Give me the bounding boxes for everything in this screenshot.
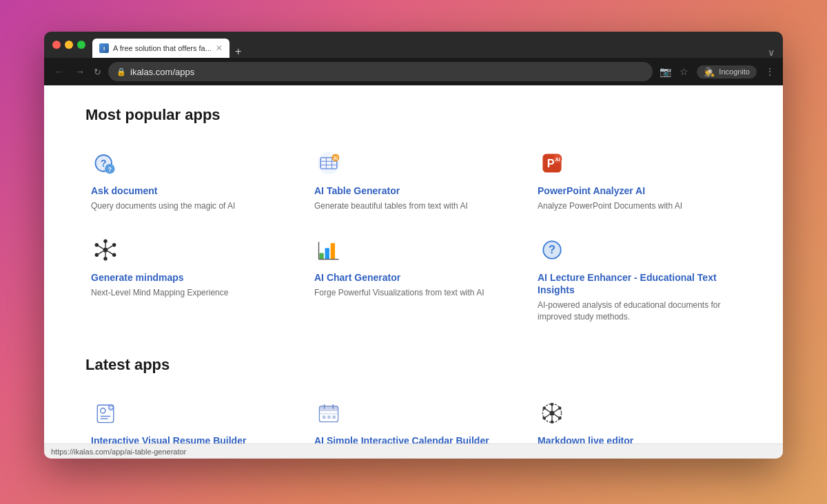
ask-document-name: Ask document: [91, 185, 289, 197]
resume-icon: [91, 399, 120, 428]
svg-point-56: [551, 403, 554, 406]
svg-point-21: [103, 257, 107, 260]
svg-point-23: [95, 243, 99, 246]
table-generator-icon: AI: [314, 149, 343, 178]
maximize-button[interactable]: [77, 41, 85, 49]
svg-point-27: [112, 243, 116, 246]
popular-apps-grid: ? ? Ask document Query documents using t…: [85, 140, 742, 331]
calendar-icon: [314, 399, 343, 428]
latest-apps-grid: Interactive Visual Resume Builder: [85, 390, 742, 443]
mindmaps-desc: Next-Level Mind Mapping Experience: [91, 287, 289, 299]
svg-point-62: [542, 417, 546, 420]
app-card-lecture[interactable]: ? AI Lecture Enhancer - Educational Text…: [532, 227, 742, 331]
svg-point-66: [558, 417, 562, 420]
svg-text:AI: AI: [334, 156, 338, 160]
svg-rect-31: [325, 248, 329, 259]
table-generator-name: AI Table Generator: [314, 185, 513, 197]
latest-section: Latest apps: [85, 356, 742, 443]
app-card-powerpoint[interactable]: P AI PowerPoint Analyzer AI Analyze Powe…: [532, 140, 742, 220]
svg-line-26: [108, 246, 113, 249]
app-card-table-generator[interactable]: AI AI Table Generator Generate beautiful…: [309, 140, 518, 220]
incognito-label: Incognito: [719, 67, 750, 76]
forward-button[interactable]: →: [73, 66, 87, 77]
table-generator-desc: Generate beautiful tables from text with…: [314, 200, 513, 212]
chart-generator-name: AI Chart Generator: [314, 271, 513, 284]
lecture-icon: ?: [538, 235, 566, 264]
camera-icon[interactable]: 📷: [660, 66, 671, 77]
app-card-chart[interactable]: AI Chart Generator Forge Powerful Visual…: [309, 227, 518, 331]
page-content: Most popular apps ? ? Ask document: [44, 85, 783, 443]
ask-document-desc: Query documents using the magic of AI: [91, 200, 289, 212]
svg-rect-52: [332, 416, 336, 419]
svg-rect-46: [319, 406, 338, 411]
powerpoint-icon: P AI: [538, 149, 566, 178]
title-bar: i A free solution that offers fa... ✕ + …: [44, 32, 783, 58]
tab-favicon: i: [99, 43, 109, 53]
svg-line-24: [98, 251, 103, 255]
bookmark-icon[interactable]: ☆: [680, 66, 688, 77]
svg-rect-30: [319, 253, 323, 260]
svg-text:AI: AI: [555, 156, 560, 162]
app-card-mindmaps[interactable]: Generate mindmaps Next-Level Mind Mappin…: [85, 227, 295, 331]
url-text: ikalas.com/apps: [130, 67, 194, 77]
url-bar[interactable]: 🔒 ikalas.com/apps: [108, 62, 653, 81]
popular-section: Most popular apps ? ? Ask document: [85, 106, 742, 331]
minimize-button[interactable]: [65, 41, 73, 49]
lecture-name: AI Lecture Enhancer - Educational Text I…: [538, 271, 736, 296]
active-tab[interactable]: i A free solution that offers fa... ✕: [92, 39, 229, 58]
svg-point-19: [103, 240, 107, 243]
chart-generator-desc: Forge Powerful Visualizations from text …: [314, 287, 513, 299]
app-card-ask-document[interactable]: ? ? Ask document Query documents using t…: [85, 140, 295, 220]
svg-rect-51: [327, 416, 331, 419]
latest-section-title: Latest apps: [85, 356, 742, 374]
svg-line-22: [98, 246, 103, 249]
tabs-area: i A free solution that offers fa... ✕ + …: [92, 32, 775, 58]
close-button[interactable]: [52, 41, 61, 49]
svg-point-25: [95, 253, 99, 257]
svg-point-60: [542, 406, 546, 410]
resume-name: Interactive Visual Resume Builder: [91, 434, 289, 443]
svg-rect-32: [331, 243, 335, 260]
chart-generator-icon: [314, 235, 343, 264]
address-bar: ← → ↻ 🔒 ikalas.com/apps 📷 ☆ 🕵 Incognito …: [44, 58, 783, 85]
ask-document-icon: ? ?: [91, 149, 120, 178]
app-card-calendar[interactable]: AI Simple Interactive Calendar Builder: [309, 390, 518, 443]
svg-line-65: [554, 414, 559, 418]
svg-text:?: ?: [108, 166, 112, 173]
svg-point-64: [558, 406, 562, 410]
powerpoint-name: PowerPoint Analyzer AI: [538, 185, 736, 197]
svg-point-17: [103, 247, 108, 252]
svg-line-28: [108, 251, 113, 255]
markdown-name: Markdown live editor: [538, 434, 736, 443]
incognito-icon: 🕵: [704, 67, 715, 77]
back-button[interactable]: ←: [52, 66, 66, 77]
new-tab-button[interactable]: +: [235, 45, 241, 58]
svg-point-54: [549, 410, 554, 415]
mindmaps-name: Generate mindmaps: [91, 271, 289, 284]
window-buttons: [52, 41, 85, 49]
menu-icon[interactable]: ⋮: [765, 66, 775, 77]
markdown-icon: [538, 399, 566, 428]
popular-section-title: Most popular apps: [85, 106, 742, 124]
svg-line-63: [554, 409, 559, 412]
svg-rect-50: [323, 416, 326, 419]
app-card-resume[interactable]: Interactive Visual Resume Builder: [85, 390, 295, 443]
lock-icon: 🔒: [116, 67, 126, 76]
status-url: https://ikalas.com/app/ai-table-generato…: [51, 448, 186, 456]
incognito-badge[interactable]: 🕵 Incognito: [697, 65, 757, 78]
powerpoint-desc: Analyze PowerPoint Documents with AI: [538, 200, 736, 212]
app-card-markdown[interactable]: Markdown live editor Preview markdown on…: [532, 390, 742, 443]
svg-line-59: [545, 409, 550, 412]
lecture-desc: AI-powered analysis of educational docum…: [538, 300, 736, 323]
svg-text:?: ?: [549, 243, 555, 255]
mindmaps-icon: [91, 235, 120, 264]
refresh-button[interactable]: ↻: [94, 67, 101, 77]
status-bar: https://ikalas.com/app/ai-table-generato…: [44, 443, 783, 459]
svg-point-29: [112, 253, 116, 257]
svg-point-39: [101, 408, 105, 413]
tab-title: A free solution that offers fa...: [113, 44, 212, 52]
tab-close-button[interactable]: ✕: [216, 43, 223, 53]
calendar-name: AI Simple Interactive Calendar Builder: [314, 434, 513, 443]
tabs-dropdown-button[interactable]: ∨: [768, 47, 775, 58]
svg-point-58: [551, 420, 554, 423]
